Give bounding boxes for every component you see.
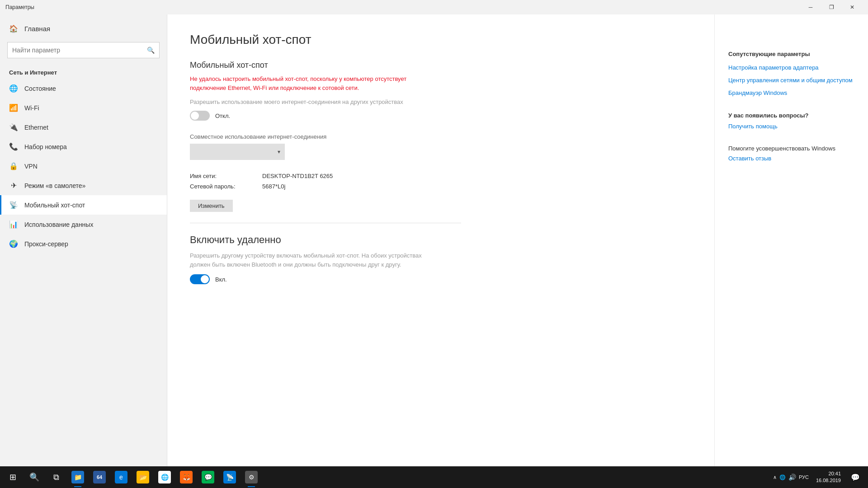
sidebar-item-vpn[interactable]: 🔒 VPN [0,156,167,176]
network-center-link[interactable]: Центр управления сетями и общим доступом [728,76,854,84]
settings-icon: ⚙ [245,471,258,483]
sidebar-item-status[interactable]: 🌐 Состояние [0,79,167,98]
related-title: Сопутствующие параметры [728,51,854,57]
titlebar-controls: ─ ❐ ✕ [800,0,863,14]
taskbar-app-firefox[interactable]: 🦊 [175,466,197,488]
main-window: 🏠 Главная 🔍 Сеть и Интернет 🌐 Состояние … [0,14,868,466]
firewall-link[interactable]: Брандмауэр Windows [728,89,854,97]
taskbar-clock[interactable]: 20:41 16.08.2019 [812,470,844,484]
restore-button[interactable]: ❐ [821,0,842,14]
content-area: Мобильный хот-спот Мобильный хот-спот Не… [167,14,714,466]
sidebar-home[interactable]: 🏠 Главная [0,19,167,38]
explorer-icon: 📁 [71,471,84,483]
language-label: РУС [799,474,809,480]
wifi-icon: 📶 [9,103,18,112]
adapter-settings-link[interactable]: Настройка параметров адаптера [728,64,854,72]
sidebar-item-label: Набор номера [24,143,67,150]
questions-section: У вас появились вопросы? Получить помощь [728,112,854,131]
hotspot-icon: 📡 [9,201,18,209]
titlebar-title: Параметры [5,4,34,10]
chevron-down-icon: ▾ [278,149,280,155]
sidebar-item-label: Прокси-сервер [24,240,68,248]
chevron-icon[interactable]: ∧ [773,474,777,480]
taskbar-app-chrome[interactable]: 🌐 [154,466,175,488]
remote-description: Разрешить другому устройству включать мо… [190,251,425,269]
password-row: Сетевой пароль: 5687*L0j [190,183,692,190]
improve-section: Помогите усовершенствовать Windows Остав… [728,145,854,163]
error-message: Не удалось настроить мобильный хот-спот,… [190,75,425,92]
share-connection-title: Совместное использование интернет-соедин… [190,133,692,140]
status-icon: 🌐 [9,84,18,93]
sidebar-item-label: Режим «в самолете» [24,182,85,189]
sidebar-item-airplane[interactable]: ✈ Режим «в самолете» [0,176,167,195]
remote-toggle-thumb [201,275,209,283]
remote-toggle-row: Вкл. [190,274,692,284]
taskbar-app-settings[interactable]: ⚙ [241,466,262,488]
close-button[interactable]: ✕ [842,0,863,14]
share-description: Разрешить использование моего интернет-с… [190,99,425,105]
task-view-button[interactable]: ⧉ [45,466,67,488]
sidebar-item-data[interactable]: 📊 Использование данных [0,215,167,234]
taskbar-app-edge[interactable]: e [110,466,132,488]
password-label: Сетевой пароль: [190,183,262,190]
taskbar-app-64[interactable]: 64 [89,466,110,488]
search-box[interactable]: 🔍 [7,42,160,58]
dropdown-row: ▾ [190,144,692,160]
volume-icon: 🔊 [788,474,796,481]
toggle-off-label: Откл. [215,113,230,119]
app64-icon: 64 [93,471,106,483]
get-help-link[interactable]: Получить помощь [728,122,854,131]
hotspot-toggle[interactable] [190,111,210,121]
clock-time: 20:41 [816,470,841,477]
vpn-icon: 🔒 [9,162,18,170]
ethernet-icon: 🔌 [9,123,18,131]
firefox-icon: 🦊 [180,471,193,483]
remote-toggle-label: Вкл. [215,276,227,283]
sidebar-item-wifi[interactable]: 📶 Wi-Fi [0,98,167,117]
sidebar-section-title: Сеть и Интернет [0,66,167,79]
remote-toggle[interactable] [190,274,210,284]
chrome-icon: 🌐 [158,471,171,483]
network-name-label: Имя сети: [190,173,262,179]
sidebar-item-proxy[interactable]: 🌍 Прокси-сервер [0,234,167,253]
taskbar-sys-area: ∧ 🌐 🔊 РУС [769,474,812,481]
right-panel: Сопутствующие параметры Настройка параме… [714,14,868,466]
divider [190,223,461,223]
taskbar: ⊞ 🔍 ⧉ 📁 64 e 📂 🌐 🦊 💬 [0,466,868,488]
sidebar-item-label: Использование данных [24,221,93,228]
toggle-thumb [191,112,199,120]
greenapp-icon: 💬 [202,471,214,483]
taskbar-app-network[interactable]: 📡 [219,466,241,488]
airplane-icon: ✈ [9,181,18,190]
feedback-link[interactable]: Оставить отзыв [728,155,854,163]
proxy-icon: 🌍 [9,239,18,248]
page-title: Мобильный хот-спот [190,33,692,47]
sidebar-item-ethernet[interactable]: 🔌 Ethernet [0,117,167,137]
edge-icon: e [115,471,127,483]
minimize-button[interactable]: ─ [800,0,821,14]
dialup-icon: 📞 [9,142,18,151]
network-sys-icon: 🌐 [779,474,786,480]
taskbar-app-files[interactable]: 📂 [132,466,154,488]
home-icon: 🏠 [9,24,18,33]
change-button[interactable]: Изменить [190,200,233,212]
sidebar: 🏠 Главная 🔍 Сеть и Интернет 🌐 Состояние … [0,14,167,466]
hotspot-section-title: Мобильный хот-спот [190,61,692,70]
sidebar-home-label: Главная [24,25,50,33]
sidebar-item-dialup[interactable]: 📞 Набор номера [0,137,167,156]
search-button[interactable]: 🔍 [24,466,45,488]
data-icon: 📊 [9,220,18,229]
titlebar: Параметры ─ ❐ ✕ [0,0,868,14]
taskbar-app-green[interactable]: 💬 [197,466,219,488]
notification-button[interactable]: 💬 [844,466,866,488]
search-input[interactable] [12,47,147,54]
questions-title: У вас появились вопросы? [728,112,854,119]
search-icon: 🔍 [147,47,155,54]
taskbar-app-explorer[interactable]: 📁 [67,466,89,488]
networkapp-icon: 📡 [223,471,236,483]
files-icon: 📂 [137,471,149,483]
sidebar-item-hotspot[interactable]: 📡 Мобильный хот-спот [0,195,167,215]
connection-dropdown[interactable]: ▾ [190,144,285,160]
sidebar-item-label: Мобильный хот-спот [24,202,85,209]
start-button[interactable]: ⊞ [2,466,24,488]
